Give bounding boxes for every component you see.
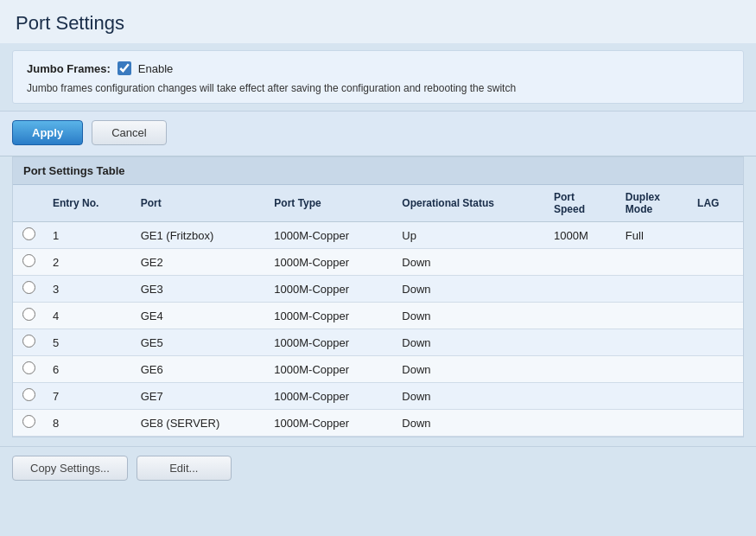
table-row: 7GE71000M-CopperDown [13,383,743,410]
row-port: GE3 [132,276,266,303]
jumbo-frames-label: Jumbo Frames: [27,62,111,75]
row-speed [545,383,617,410]
apply-button[interactable]: Apply [12,120,83,145]
row-duplex [617,249,689,276]
col-port-type: Port Type [265,185,393,222]
row-speed [545,329,617,356]
row-port-type: 1000M-Copper [265,276,393,303]
row-radio-cell[interactable] [13,383,44,410]
port-settings-table: Entry No. Port Port Type Operational Sta… [13,185,743,437]
row-radio-5[interactable] [22,335,35,348]
row-speed: 1000M [545,222,617,249]
row-op-status: Up [393,222,545,249]
row-speed [545,356,617,383]
row-op-status: Down [393,356,545,383]
edit-button[interactable]: Edit... [137,456,232,481]
row-op-status: Down [393,410,545,437]
table-row: 1GE1 (Fritzbox)1000M-CopperUp1000MFull [13,222,743,249]
row-radio-cell[interactable] [13,249,44,276]
row-radio-4[interactable] [22,308,35,321]
row-entry: 1 [44,222,132,249]
row-port-type: 1000M-Copper [265,356,393,383]
row-port-type: 1000M-Copper [265,222,393,249]
row-entry: 4 [44,303,132,329]
port-settings-table-section: Port Settings Table Entry No. Port Port … [12,156,744,437]
row-duplex [617,410,689,437]
row-entry: 3 [44,276,132,303]
row-speed [545,249,617,276]
row-speed [545,410,617,437]
row-radio-cell[interactable] [13,410,44,437]
col-port: Port [132,185,266,222]
col-entry-no: Entry No. [44,185,132,222]
table-row: 5GE51000M-CopperDown [13,329,743,356]
row-port: GE6 [132,356,266,383]
jumbo-frames-row: Jumbo Frames: Enable [27,61,729,75]
row-port-type: 1000M-Copper [265,383,393,410]
row-entry: 6 [44,356,132,383]
row-lag [689,222,743,249]
row-entry: 7 [44,383,132,410]
copy-settings-button[interactable]: Copy Settings... [12,456,128,481]
row-duplex [617,329,689,356]
row-duplex: Full [617,222,689,249]
row-radio-cell[interactable] [13,356,44,383]
row-radio-8[interactable] [22,415,35,428]
row-lag [689,410,743,437]
row-port: GE5 [132,329,266,356]
table-row: 3GE31000M-CopperDown [13,276,743,303]
row-duplex [617,356,689,383]
row-speed [545,276,617,303]
table-body: 1GE1 (Fritzbox)1000M-CopperUp1000MFull2G… [13,222,743,437]
col-duplex-mode: Duplex Mode [617,185,689,222]
row-radio-cell[interactable] [13,222,44,249]
row-lag [689,329,743,356]
cancel-button[interactable]: Cancel [92,120,166,145]
row-radio-cell[interactable] [13,303,44,329]
row-port-type: 1000M-Copper [265,303,393,329]
action-bar: Apply Cancel [0,111,756,156]
row-port-type: 1000M-Copper [265,410,393,437]
table-row: 4GE41000M-CopperDown [13,303,743,329]
page-title: Port Settings [0,0,756,43]
row-radio-1[interactable] [22,227,35,240]
row-radio-3[interactable] [22,281,35,294]
table-header-row: Entry No. Port Port Type Operational Sta… [13,185,743,222]
jumbo-frames-section: Jumbo Frames: Enable Jumbo frames config… [12,50,744,104]
row-op-status: Down [393,303,545,329]
row-lag [689,356,743,383]
row-lag [689,276,743,303]
row-op-status: Down [393,276,545,303]
col-lag: LAG [689,185,743,222]
row-radio-cell[interactable] [13,329,44,356]
row-op-status: Down [393,383,545,410]
row-lag [689,249,743,276]
row-port: GE4 [132,303,266,329]
table-header-bar: Port Settings Table [13,157,743,185]
col-select [13,185,44,222]
row-port-type: 1000M-Copper [265,249,393,276]
row-port: GE7 [132,383,266,410]
jumbo-frames-note: Jumbo frames configuration changes will … [27,82,729,94]
table-row: 8GE8 (SERVER)1000M-CopperDown [13,410,743,437]
row-port: GE1 (Fritzbox) [132,222,266,249]
row-port-type: 1000M-Copper [265,329,393,356]
row-port: GE2 [132,249,266,276]
row-op-status: Down [393,329,545,356]
row-radio-2[interactable] [22,254,35,267]
row-radio-6[interactable] [22,361,35,374]
row-port: GE8 (SERVER) [132,410,266,437]
jumbo-frames-checkbox[interactable] [118,61,131,75]
row-lag [689,303,743,329]
bottom-bar: Copy Settings... Edit... [0,446,756,491]
row-lag [689,383,743,410]
row-radio-7[interactable] [22,388,35,401]
row-entry: 2 [44,249,132,276]
row-speed [545,303,617,329]
row-duplex [617,383,689,410]
col-port-speed: Port Speed [545,185,617,222]
row-duplex [617,276,689,303]
row-op-status: Down [393,249,545,276]
row-radio-cell[interactable] [13,276,44,303]
table-row: 2GE21000M-CopperDown [13,249,743,276]
